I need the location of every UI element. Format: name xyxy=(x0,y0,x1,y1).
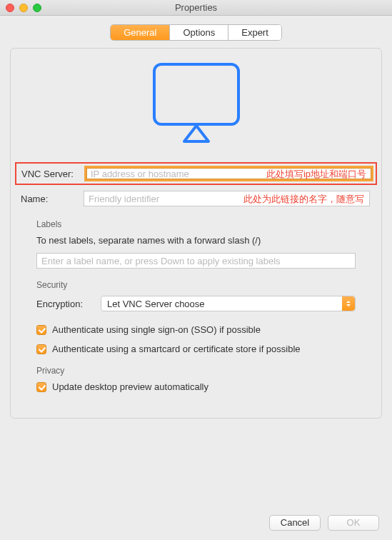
zoom-button[interactable] xyxy=(33,4,41,12)
security-section: Encryption: Let VNC Server choose Authen… xyxy=(11,296,381,354)
footer: Cancel OK xyxy=(0,506,392,540)
tab-group: General Options Expert xyxy=(110,24,282,41)
monitor-illustration xyxy=(11,61,381,149)
minimize-button[interactable] xyxy=(19,4,28,12)
labels-section-title: Labels xyxy=(36,219,381,229)
traffic-lights xyxy=(6,4,41,12)
sso-checkbox[interactable] xyxy=(36,325,46,335)
vnc-server-input[interactable] xyxy=(84,166,373,181)
name-label: Name: xyxy=(18,194,84,204)
smartcard-checkbox[interactable] xyxy=(36,344,46,354)
labels-section: To nest labels, separate names with a fo… xyxy=(11,235,381,269)
select-arrow-icon xyxy=(342,296,355,311)
svg-rect-0 xyxy=(154,64,238,124)
tab-options[interactable]: Options xyxy=(170,25,228,40)
encryption-row: Encryption: Let VNC Server choose xyxy=(36,296,356,311)
tab-bar: General Options Expert xyxy=(10,24,382,41)
privacy-section-title: Privacy xyxy=(36,366,381,376)
general-panel: VNC Server: 此处填写ip地址和端口号 Name: 此处为此链接的名字… xyxy=(10,48,382,419)
titlebar: Properties xyxy=(0,0,392,16)
encryption-label: Encryption: xyxy=(36,299,101,309)
privacy-section: Update desktop preview automatically xyxy=(11,381,381,392)
preview-label: Update desktop preview automatically xyxy=(52,381,208,392)
vnc-server-label: VNC Server: xyxy=(19,169,84,179)
name-input[interactable] xyxy=(84,191,370,206)
preview-row[interactable]: Update desktop preview automatically xyxy=(36,381,356,392)
vnc-server-highlight: VNC Server: 此处填写ip地址和端口号 xyxy=(15,162,377,185)
tab-general[interactable]: General xyxy=(111,25,170,40)
labels-input[interactable] xyxy=(36,253,356,269)
preview-checkbox[interactable] xyxy=(36,382,46,392)
window-title: Properties xyxy=(0,2,392,13)
encryption-value: Let VNC Server choose xyxy=(107,299,205,309)
smartcard-label: Authenticate using a smartcard or certif… xyxy=(52,344,301,354)
smartcard-row[interactable]: Authenticate using a smartcard or certif… xyxy=(36,344,356,354)
close-button[interactable] xyxy=(6,4,14,12)
tab-expert[interactable]: Expert xyxy=(228,25,281,40)
encryption-select[interactable]: Let VNC Server choose xyxy=(101,296,356,311)
content-area: General Options Expert VNC Server: 此处填写i… xyxy=(0,16,392,506)
monitor-icon xyxy=(150,61,243,147)
labels-helper: To nest labels, separate names with a fo… xyxy=(36,235,356,246)
security-section-title: Security xyxy=(36,280,381,290)
sso-row[interactable]: Authenticate using single sign-on (SSO) … xyxy=(36,324,356,335)
ok-button: OK xyxy=(328,515,379,531)
cancel-button[interactable]: Cancel xyxy=(269,515,321,531)
sso-label: Authenticate using single sign-on (SSO) … xyxy=(52,324,261,335)
